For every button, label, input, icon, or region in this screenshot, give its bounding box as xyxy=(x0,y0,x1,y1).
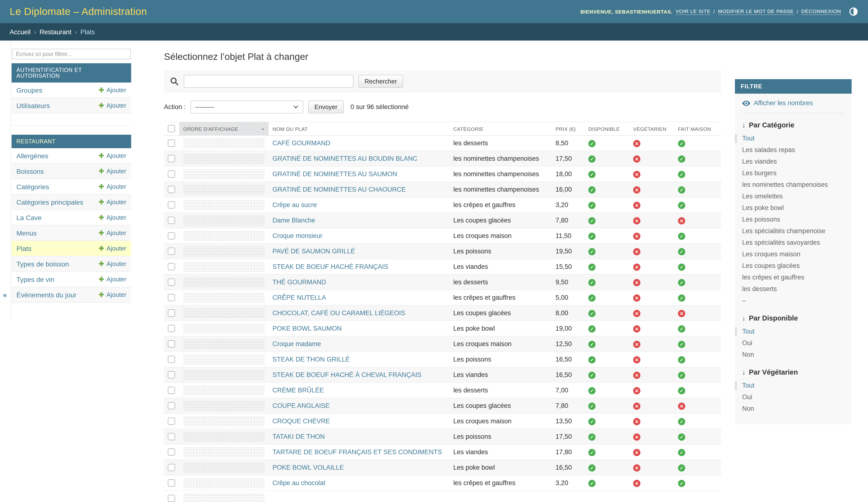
sidebar-add-link[interactable]: ✚ Ajouter xyxy=(99,291,126,298)
order-value-redacted[interactable] xyxy=(183,401,264,411)
plat-name-link[interactable]: Crêpe au chocolat xyxy=(272,479,325,486)
sidebar-item-link[interactable]: Types de boisson xyxy=(17,260,69,268)
sidebar-add-link[interactable]: ✚ Ajouter xyxy=(99,198,126,205)
row-checkbox[interactable] xyxy=(168,449,175,456)
filter-option-link[interactable]: Les poissons xyxy=(742,216,780,223)
site-title[interactable]: Le Diplomate – Administration xyxy=(10,6,147,17)
row-checkbox[interactable] xyxy=(168,418,175,425)
plat-name-link[interactable]: POKE BOWL SAUMON xyxy=(272,325,342,332)
sidebar-item-link[interactable]: Catégories principales xyxy=(17,198,83,206)
filter-option-link[interactable]: Oui xyxy=(742,393,752,401)
row-checkbox[interactable] xyxy=(168,340,175,348)
plat-name-link[interactable]: Croque monsieur xyxy=(272,232,322,239)
plat-name-link[interactable]: CAFÉ GOURMAND xyxy=(272,140,330,147)
order-value-redacted[interactable] xyxy=(183,370,264,380)
row-checkbox[interactable] xyxy=(168,325,175,332)
plat-name-link[interactable]: Dame Blanche xyxy=(272,217,315,224)
filter-option-link[interactable]: les crêpes et gauffres xyxy=(742,274,804,281)
show-counts-link[interactable]: Afficher les nombres xyxy=(742,99,844,113)
sidebar-add-link[interactable]: ✚ Ajouter xyxy=(99,102,126,109)
order-value-redacted[interactable] xyxy=(183,292,264,303)
row-checkbox[interactable] xyxy=(168,386,175,394)
row-checkbox[interactable] xyxy=(168,356,175,363)
plat-name-link[interactable]: STEAK DE THON GRILLÉ xyxy=(272,356,350,363)
row-checkbox[interactable] xyxy=(168,495,175,502)
order-value-redacted[interactable] xyxy=(183,339,264,349)
sidebar-item-link[interactable]: Plats xyxy=(17,244,31,252)
row-checkbox[interactable] xyxy=(168,464,175,471)
row-checkbox[interactable] xyxy=(168,201,175,209)
order-value-redacted[interactable] xyxy=(183,184,264,194)
theme-toggle-icon[interactable] xyxy=(849,7,858,17)
plat-name-link[interactable]: CRÈME BRÛLÉE xyxy=(272,386,324,394)
plat-name-link[interactable]: POKE BOWL VOLAILLE xyxy=(272,464,344,471)
order-value-redacted[interactable] xyxy=(183,231,264,241)
sidebar-add-link[interactable]: ✚ Ajouter xyxy=(99,214,126,221)
plat-name-link[interactable]: CROQUE CHÈVRE xyxy=(272,418,330,425)
action-select[interactable]: --------- xyxy=(190,100,303,113)
filter-option-link[interactable]: Tout xyxy=(742,135,754,142)
row-checkbox[interactable] xyxy=(168,309,175,317)
sort-asc-icon[interactable]: ▲ xyxy=(261,127,265,131)
row-checkbox[interactable] xyxy=(168,279,175,286)
filter-option-link[interactable]: Les spécialités champenoise xyxy=(742,227,825,234)
row-checkbox[interactable] xyxy=(168,232,175,239)
column-header-ordre[interactable]: ORDRE D'AFFICHAGE ▲ xyxy=(179,122,269,135)
sidebar-item-link[interactable]: Allergènes xyxy=(17,152,48,160)
order-value-redacted[interactable] xyxy=(183,385,264,395)
select-all-checkbox[interactable] xyxy=(168,125,175,132)
sidebar-add-link[interactable]: ✚ Ajouter xyxy=(99,183,126,190)
filter-option-link[interactable]: Tout xyxy=(742,328,754,335)
sidebar-add-link[interactable]: ✚ Ajouter xyxy=(99,229,126,237)
send-button[interactable]: Envoyer xyxy=(308,100,343,113)
order-value-redacted[interactable] xyxy=(183,432,264,442)
change-password-link[interactable]: MODIFIER LE MOT DE PASSE xyxy=(718,8,794,15)
sidebar-item-link[interactable]: Boissons xyxy=(17,167,44,175)
filter-option-link[interactable]: les desserts xyxy=(742,285,777,292)
row-checkbox[interactable] xyxy=(168,186,175,193)
plat-name-link[interactable]: GRATINÉ DE NOMINETTES AU CHAOURCE xyxy=(272,186,406,193)
order-value-redacted[interactable] xyxy=(183,262,264,272)
sidebar-add-link[interactable]: ✚ Ajouter xyxy=(99,275,126,283)
filter-option-link[interactable]: Les salades repas xyxy=(742,146,795,153)
sidebar-item-link[interactable]: Groupes xyxy=(17,86,42,94)
view-site-link[interactable]: VOIR LE SITE xyxy=(675,8,711,15)
row-checkbox[interactable] xyxy=(168,170,175,178)
filter-option-link[interactable]: les nominettes champenoises xyxy=(742,181,828,188)
row-checkbox[interactable] xyxy=(168,140,175,147)
sidebar-add-link[interactable]: ✚ Ajouter xyxy=(99,260,126,268)
plat-name-link[interactable]: Croque madame xyxy=(272,340,321,348)
filter-option-link[interactable]: Les burgers xyxy=(742,169,777,177)
breadcrumb-home[interactable]: Accueil xyxy=(10,28,31,36)
order-value-redacted[interactable] xyxy=(183,169,264,179)
order-value-redacted[interactable] xyxy=(183,416,264,426)
filter-option-link[interactable]: Non xyxy=(742,405,754,412)
plat-name-link[interactable]: PAVÉ DE SAUMON GRILLÉ xyxy=(272,248,355,255)
order-value-redacted[interactable] xyxy=(183,246,264,256)
filter-option-link[interactable]: Les spécialités savoyardes xyxy=(742,239,820,246)
plat-name-link[interactable]: THÉ GOURMAND xyxy=(272,279,326,286)
sidebar-item-link[interactable]: Types de vin xyxy=(17,275,54,283)
sidebar-item-link[interactable]: Catégories xyxy=(17,183,49,190)
column-header-fait-maison[interactable]: FAIT MAISON xyxy=(674,122,721,135)
sidebar-add-link[interactable]: ✚ Ajouter xyxy=(99,168,126,175)
plat-name-link[interactable]: STEAK DE BOEUF HACHÉ À CHEVAL FRANÇAIS xyxy=(272,371,422,379)
filter-option-link[interactable]: Les coupes glacées xyxy=(742,262,800,269)
filter-option-link[interactable]: – xyxy=(742,297,746,304)
plat-name-link[interactable]: TARTARE DE BOEUF FRANÇAIS ET SES CONDIME… xyxy=(272,449,442,456)
sidebar-item-link[interactable]: Événements du jour xyxy=(17,291,76,299)
sidebar-collapse-toggle[interactable]: « xyxy=(3,291,7,299)
sidebar-item-link[interactable]: Utilisateurs xyxy=(17,102,50,109)
filter-option-link[interactable]: Non xyxy=(742,351,754,358)
order-value-redacted[interactable] xyxy=(183,277,264,287)
order-value-redacted[interactable] xyxy=(183,354,264,364)
sidebar-add-link[interactable]: ✚ Ajouter xyxy=(99,245,126,252)
filter-option-link[interactable]: Les viandes xyxy=(742,158,777,165)
plat-name-link[interactable]: Crêpe au sucre xyxy=(272,201,317,209)
column-header-prix[interactable]: PRIX (€) xyxy=(552,122,585,135)
sidebar-add-link[interactable]: ✚ Ajouter xyxy=(99,152,126,159)
order-value-redacted[interactable] xyxy=(183,447,264,457)
order-value-redacted[interactable] xyxy=(183,153,264,164)
row-checkbox[interactable] xyxy=(168,371,175,379)
filter-option-link[interactable]: Tout xyxy=(742,382,754,389)
